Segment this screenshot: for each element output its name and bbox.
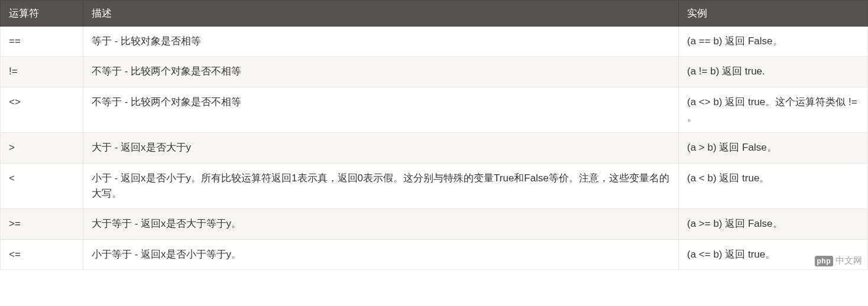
table-row: > 大于 - 返回x是否大于y (a > b) 返回 False。	[1, 133, 868, 163]
cell-description: 大于 - 返回x是否大于y	[83, 133, 679, 163]
cell-operator: >=	[1, 209, 83, 239]
cell-operator: >	[1, 133, 83, 163]
cell-example: (a > b) 返回 False。	[679, 133, 868, 163]
cell-description: 小于 - 返回x是否小于y。所有比较运算符返回1表示真，返回0表示假。这分别与特…	[83, 163, 679, 209]
cell-example: (a < b) 返回 true。	[679, 163, 868, 209]
cell-operator: ==	[1, 27, 83, 57]
cell-description: 不等于 - 比较两个对象是否不相等	[83, 57, 679, 87]
cell-description: 大于等于 - 返回x是否大于等于y。	[83, 209, 679, 239]
cell-example: (a <= b) 返回 true。	[679, 239, 868, 269]
cell-description: 小于等于 - 返回x是否小于等于y。	[83, 239, 679, 269]
cell-description: 等于 - 比较对象是否相等	[83, 27, 679, 57]
cell-example: (a == b) 返回 False。	[679, 27, 868, 57]
cell-operator: <>	[1, 87, 83, 133]
operators-table: 运算符 描述 实例 == 等于 - 比较对象是否相等 (a == b) 返回 F…	[0, 0, 868, 270]
cell-example: (a <> b) 返回 true。这个运算符类似 != 。	[679, 87, 868, 133]
cell-operator: <	[1, 163, 83, 209]
cell-example: (a != b) 返回 true.	[679, 57, 868, 87]
table-row: >= 大于等于 - 返回x是否大于等于y。 (a >= b) 返回 False。	[1, 209, 868, 239]
table-row: == 等于 - 比较对象是否相等 (a == b) 返回 False。	[1, 27, 868, 57]
cell-description: 不等于 - 比较两个对象是否不相等	[83, 87, 679, 133]
header-description: 描述	[83, 1, 679, 27]
table-header-row: 运算符 描述 实例	[1, 1, 868, 27]
cell-operator: <=	[1, 239, 83, 269]
table-row: < 小于 - 返回x是否小于y。所有比较运算符返回1表示真，返回0表示假。这分别…	[1, 163, 868, 209]
header-example: 实例	[679, 1, 868, 27]
cell-operator: !=	[1, 57, 83, 87]
header-operator: 运算符	[1, 1, 83, 27]
table-row: <= 小于等于 - 返回x是否小于等于y。 (a <= b) 返回 true。	[1, 239, 868, 269]
cell-example: (a >= b) 返回 False。	[679, 209, 868, 239]
table-row: <> 不等于 - 比较两个对象是否不相等 (a <> b) 返回 true。这个…	[1, 87, 868, 133]
table-row: != 不等于 - 比较两个对象是否不相等 (a != b) 返回 true.	[1, 57, 868, 87]
